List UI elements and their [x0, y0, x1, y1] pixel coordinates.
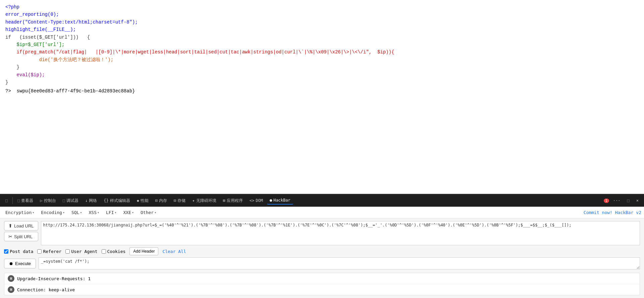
menu-xxe[interactable]: XXE ▾ [121, 209, 137, 216]
header-letter-icon: H [8, 286, 14, 293]
load-url-icon: ⬆ [8, 223, 12, 228]
post-data-checkbox-label[interactable]: Post data [4, 249, 33, 254]
dt-more-btn[interactable]: ··· [610, 197, 623, 204]
dt-close-btn[interactable]: × [634, 197, 641, 204]
code-line: } [5, 79, 639, 86]
hackbar-body: ⬆ Load URL ✂ Split URL Post data Referer [0, 218, 644, 298]
code-line: if (isset($_GET['url'])) { [5, 34, 639, 41]
post-data-checkbox[interactable] [4, 249, 8, 254]
split-url-button[interactable]: ✂ Split URL [4, 232, 38, 241]
user-agent-checkbox[interactable] [65, 249, 70, 254]
code-line: if(preg_match("/cat|flag| |[0-9]|\*|more… [5, 48, 639, 56]
url-buttons: ⬆ Load URL ✂ Split URL [4, 221, 38, 241]
header-letter-icon: H [8, 275, 14, 282]
split-url-icon: ✂ [8, 234, 12, 239]
cookies-checkbox[interactable] [102, 249, 106, 254]
header-row: H Connection: keep-alive [4, 284, 640, 295]
clear-all-link[interactable]: Clear All [162, 249, 186, 254]
devtools-bar: ⬚ ⬚ 查看器 ▷ 控制台 ⬚ 调试器 ↓ 网络 {} 样式编辑器 ◆ 性能 ⊡… [0, 194, 644, 207]
inspect-icon[interactable]: ⬚ [3, 197, 10, 204]
hackbar-menu: Encryption ▾ Encoding ▾ SQL ▾ XSS ▾ LFI … [0, 207, 644, 218]
header-row: H Upgrade-Insecure-Requests: 1 [4, 273, 640, 284]
error-badge: 1 [604, 199, 609, 203]
load-url-button[interactable]: ⬆ Load URL [4, 221, 38, 230]
url-input[interactable] [41, 221, 640, 245]
execute-button[interactable]: ⏺ Execute [4, 259, 36, 268]
referer-checkbox-label[interactable]: Referer [37, 249, 61, 254]
dt-network[interactable]: ↓ 网络 [83, 197, 100, 205]
dt-application[interactable]: ⊞ 应用程序 [220, 197, 246, 205]
lfi-arrow-icon: ▾ [114, 211, 116, 214]
headers-panel: H Upgrade-Insecure-Requests: 1 H Connect… [4, 273, 640, 295]
other-arrow-icon: ▾ [154, 211, 156, 214]
execute-icon: ⏺ [9, 261, 13, 266]
menu-sql[interactable]: SQL ▾ [69, 209, 85, 216]
add-header-button[interactable]: Add Header [129, 247, 158, 255]
code-line: error_reporting(0); [5, 11, 639, 18]
dt-console[interactable]: ▷ 控制台 [37, 197, 58, 205]
code-line: eval($ip); [5, 71, 639, 79]
dt-hackbar[interactable]: ● HackBar [267, 197, 293, 205]
menu-lfi[interactable]: LFI ▾ [103, 209, 119, 216]
code-line: $ip=$_GET['url']; [5, 41, 639, 48]
hackbar-panel: Encryption ▾ Encoding ▾ SQL ▾ XSS ▾ LFI … [0, 207, 644, 298]
dt-viewer[interactable]: ⬚ 查看器 [15, 197, 36, 205]
code-line: <?php [5, 3, 639, 11]
referer-checkbox[interactable] [37, 249, 42, 254]
dt-debugger[interactable]: ⬚ 调试器 [60, 197, 81, 205]
menu-xss[interactable]: XSS ▾ [86, 209, 102, 216]
xxe-arrow-icon: ▾ [132, 211, 134, 214]
dt-accessibility[interactable]: ✦ 无障碍环境 [190, 197, 219, 205]
sql-arrow-icon: ▾ [80, 211, 82, 214]
code-line: header("Content-Type:text/html;charset=u… [5, 18, 639, 26]
dt-responsive-btn[interactable]: ⬚ [625, 197, 632, 204]
xss-arrow-icon: ▾ [97, 211, 99, 214]
options-row: Post data Referer User Agent Cookies Add… [4, 247, 640, 255]
dt-performance[interactable]: ◆ 性能 [134, 197, 151, 205]
encryption-arrow-icon: ▾ [32, 211, 34, 214]
dt-dom[interactable]: <> DOM [247, 197, 266, 204]
code-line: ?> swpu{8ee0ed83-aff7-4f9c-be1b-4d2893ec… [5, 87, 639, 95]
menu-other[interactable]: Other ▾ [138, 209, 159, 216]
url-row: ⬆ Load URL ✂ Split URL [4, 221, 640, 245]
header-text: Connection: keep-alive [17, 287, 75, 292]
menu-encryption[interactable]: Encryption ▾ [3, 209, 37, 216]
user-agent-checkbox-label[interactable]: User Agent [65, 249, 97, 254]
cookies-checkbox-label[interactable]: Cookies [102, 249, 126, 254]
commit-now-link[interactable]: Commit now! HackBar v2 [584, 210, 641, 215]
dt-style-editor[interactable]: {} 样式编辑器 [101, 197, 132, 205]
post-data-input[interactable] [39, 257, 640, 269]
post-row: ⏺ Execute [4, 257, 640, 269]
dt-memory[interactable]: ⊡ 内存 [153, 197, 170, 205]
code-display: <?phperror_reporting(0);header("Content-… [0, 0, 644, 194]
code-line: die('换个方法吧？被过滤啦！'); [5, 56, 639, 63]
code-line: highlight_file(__FILE__); [5, 26, 639, 33]
dt-storage[interactable]: ⊟ 存储 [171, 197, 188, 205]
menu-encoding[interactable]: Encoding ▾ [38, 209, 67, 216]
header-text: Upgrade-Insecure-Requests: 1 [17, 276, 91, 281]
code-line: } [5, 63, 639, 71]
encoding-arrow-icon: ▾ [63, 211, 65, 214]
